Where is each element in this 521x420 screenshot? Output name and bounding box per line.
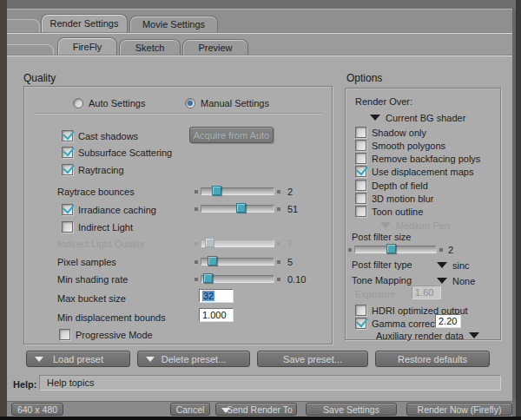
pixel-samples-handle[interactable]	[208, 256, 217, 266]
pixel-samples-slider[interactable]	[195, 256, 280, 267]
post-filter-size-handle[interactable]	[386, 244, 396, 253]
load-preset-label: Load preset	[53, 354, 103, 364]
min-displacement-bounds-label: Min displacement bounds	[57, 312, 166, 323]
delete-preset-button[interactable]: Delete preset...	[137, 351, 250, 367]
chevron-down-icon[interactable]	[370, 115, 380, 121]
chevron-down-icon[interactable]	[469, 332, 479, 338]
depth-of-field-checkbox[interactable]	[355, 180, 366, 191]
min-shading-rate-slider[interactable]	[195, 273, 280, 285]
irradiance-caching-label: Irradiance caching	[78, 205, 156, 215]
resolution-button[interactable]: 640 x 480	[11, 403, 63, 416]
auxiliary-render-data-dropdown[interactable]: Auxiliary render data	[376, 329, 479, 342]
gamma-correction-checkbox[interactable]	[355, 318, 366, 329]
quality-title: Quality	[23, 72, 56, 84]
cast-shadows-checkbox[interactable]	[62, 130, 73, 141]
tab-render-settings[interactable]: Render Settings	[41, 14, 128, 32]
auto-settings-label: Auto Settings	[89, 98, 145, 108]
post-filter-size-label: Post filter size	[352, 232, 411, 242]
send-render-to-button[interactable]: Send Render To	[215, 403, 297, 416]
toon-pen-dropdown: Medium Pen	[380, 219, 450, 232]
hdri-optimized-checkbox[interactable]	[355, 305, 366, 316]
irradiance-caching-value: 51	[287, 204, 298, 214]
quality-groupbox: Auto Settings Manual Settings Cast shado…	[23, 86, 333, 345]
chevron-down-icon	[380, 222, 391, 228]
raytrace-bounces-track[interactable]	[201, 187, 274, 195]
min-shading-rate-value: 0.10	[287, 274, 306, 285]
indirect-light-quality-label: Indirect Light Quality	[57, 239, 144, 249]
render-now-button[interactable]: Render Now (Firefly)	[406, 403, 512, 416]
window-edge-left	[0, 0, 7, 417]
tone-mapping-value: None	[452, 276, 475, 286]
use-displacement-maps-checkbox[interactable]	[355, 166, 366, 177]
render-over-dropdown[interactable]: Current BG shader	[370, 111, 465, 124]
chevron-down-icon[interactable]	[437, 278, 447, 284]
subsurface-scattering-checkbox[interactable]	[62, 147, 73, 158]
render-over-label: Render Over:	[355, 96, 412, 107]
auto-settings-radio[interactable]	[73, 98, 83, 108]
save-preset-button[interactable]: Save preset...	[257, 351, 368, 367]
toon-outline-checkbox[interactable]	[355, 206, 366, 217]
exposure-label: Exposure	[355, 289, 395, 299]
irradiance-caching-track[interactable]	[201, 205, 274, 213]
depth-of-field-label: Depth of field	[372, 180, 428, 191]
gamma-correction-input[interactable]: 2.20	[435, 314, 461, 328]
progressive-mode-checkbox[interactable]	[59, 329, 70, 340]
chevron-down-icon[interactable]	[437, 262, 447, 268]
manual-settings-radio[interactable]	[185, 98, 195, 108]
indirect-light-checkbox[interactable]	[62, 221, 73, 233]
help-label: Help:	[13, 379, 37, 390]
remove-backfacing-checkbox[interactable]	[355, 153, 366, 164]
motion-blur-checkbox[interactable]	[355, 193, 366, 204]
post-filter-type-value: sinc	[452, 260, 470, 271]
tab-preview[interactable]: Preview	[182, 39, 248, 55]
tab-firefly[interactable]: FireFly	[57, 37, 117, 55]
min-shading-rate-handle[interactable]	[203, 273, 213, 283]
options-groupbox: Render Over: Current BG shader Shadow on…	[345, 88, 501, 340]
toon-outline-row: Toon outline	[355, 205, 423, 218]
min-shading-rate-track[interactable]	[201, 275, 274, 283]
progressive-mode-row: Progressive Mode	[59, 328, 153, 341]
render-settings-window: Render Settings Movie Settings FireFly S…	[0, 0, 521, 420]
min-displacement-bounds-input[interactable]: 1.000	[199, 308, 234, 322]
tab-movie-settings[interactable]: Movie Settings	[129, 16, 218, 32]
tone-mapping-dropdown[interactable]: None	[437, 274, 475, 287]
load-preset-button[interactable]: Load preset	[26, 351, 130, 367]
remove-backfacing-label: Remove backfacing polys	[372, 154, 480, 164]
window-edge-right	[516, 0, 521, 420]
restore-defaults-button[interactable]: Restore defaults	[375, 351, 490, 367]
pixel-samples-value: 5	[287, 257, 293, 267]
cast-shadows-row: Cast shadows	[62, 129, 138, 142]
help-topics-bar[interactable]: Help topics	[39, 375, 501, 390]
post-filter-size-slider[interactable]	[348, 244, 443, 255]
min-shading-rate-label: Min shading rate	[57, 274, 128, 285]
delete-preset-label: Delete preset...	[162, 354, 227, 364]
manual-settings-label: Manual Settings	[201, 98, 269, 108]
indirect-light-quality-handle	[205, 238, 214, 247]
raytracing-checkbox[interactable]	[62, 164, 73, 175]
raytrace-bounces-slider[interactable]	[195, 186, 280, 197]
tab-sketch[interactable]: Sketch	[119, 39, 181, 55]
irradiance-caching-checkbox[interactable]	[62, 204, 73, 215]
shadow-only-checkbox[interactable]	[355, 127, 366, 138]
remove-backfacing-row: Remove backfacing polys	[355, 152, 480, 165]
quality-separator	[36, 113, 322, 115]
chevron-down-icon[interactable]	[221, 408, 230, 413]
chevron-down-icon[interactable]	[146, 357, 155, 362]
max-bucket-size-input[interactable]: 32	[199, 289, 234, 303]
raytrace-bounces-handle[interactable]	[212, 186, 221, 195]
save-settings-button[interactable]: Save Settings	[306, 403, 397, 416]
pixel-samples-track[interactable]	[201, 258, 274, 266]
smooth-polygons-checkbox[interactable]	[355, 140, 366, 151]
indirect-light-quality-slider	[195, 238, 280, 249]
indirect-light-quality-track	[201, 240, 274, 247]
irradiance-caching-slider[interactable]	[195, 203, 280, 214]
options-title: Options	[346, 72, 382, 84]
chevron-down-icon[interactable]	[35, 357, 43, 362]
restore-defaults-label: Restore defaults	[398, 354, 467, 364]
post-filter-type-dropdown[interactable]: sinc	[437, 259, 470, 272]
acquire-from-auto-button[interactable]: Acquire from Auto	[189, 127, 274, 143]
irradiance-caching-handle[interactable]	[236, 203, 246, 213]
cancel-button[interactable]: Cancel	[170, 403, 210, 416]
post-filter-size-track[interactable]	[354, 246, 437, 253]
tone-mapping-label: Tone Mapping	[352, 275, 412, 285]
